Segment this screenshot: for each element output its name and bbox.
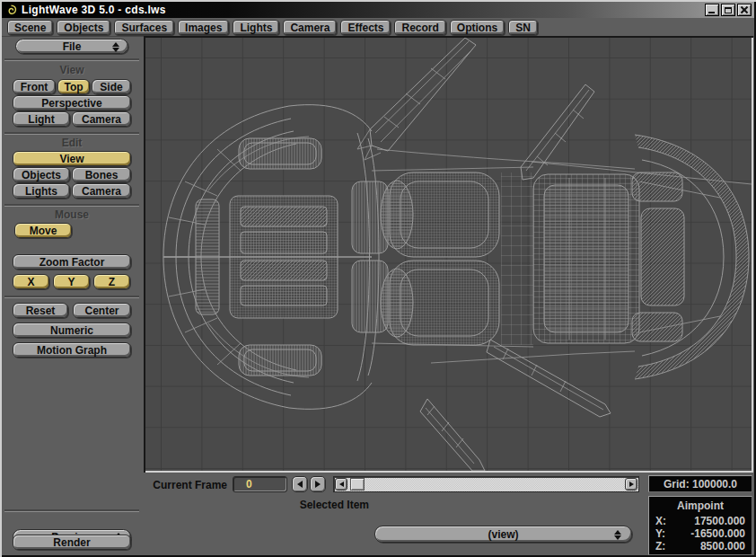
axis-y-button[interactable]: Y [53,274,90,289]
edit-view-button[interactable]: View [13,151,131,166]
aimpoint-z-row: Z:8500.000 [649,540,752,553]
menu-bar: Scene Objects Surfaces Images Lights Cam… [2,19,754,36]
titlebar[interactable]: LightWave 3D 5.0 - cds.lws [2,2,754,18]
maximize-button[interactable] [721,4,735,16]
minimize-icon [708,12,715,13]
edit-group-label: Edit [0,137,144,149]
axis-x-button[interactable]: X [13,274,49,289]
viewport-top-view[interactable] [144,36,753,473]
frame-forward-button[interactable] [310,476,326,492]
lightwave-logo-icon [5,4,17,16]
mouse-group-label: Mouse [0,208,144,221]
view-top-button[interactable]: Top [57,79,90,94]
menu-camera[interactable]: Camera [283,20,337,35]
separator [4,132,139,135]
maximize-icon [725,7,732,13]
zoom-factor-button[interactable]: Zoom Factor [13,254,131,270]
aimpoint-panel: Aimpoint X:17500.000 Y:-16500.000 Z:8500… [648,496,752,555]
current-frame-input[interactable]: 0 [233,476,287,492]
scrollbar-thumb[interactable] [350,478,365,491]
right-arrow-icon [629,482,634,487]
motion-graph-button[interactable]: Motion Graph [13,342,131,358]
menu-images[interactable]: Images [178,20,229,35]
window-title: LightWave 3D 5.0 - cds.lws [22,4,166,16]
selected-item-dropdown[interactable]: (view) [374,526,632,543]
view-perspective-button[interactable]: Perspective [13,95,131,111]
minimize-button[interactable] [705,4,719,16]
axis-z-button[interactable]: Z [93,274,130,289]
updown-arrows-icon [112,42,120,52]
reset-button[interactable]: Reset [13,303,68,318]
menu-lights[interactable]: Lights [233,20,279,35]
left-arrow-icon [339,482,344,487]
updown-arrows-icon [614,530,622,540]
file-dropdown[interactable]: File [15,39,128,54]
view-side-button[interactable]: Side [92,79,131,94]
left-arrow-icon [297,481,303,488]
center-button[interactable]: Center [73,303,131,318]
edit-lights-button[interactable]: Lights [13,183,70,199]
frame-scrollbar[interactable] [333,476,639,492]
aimpoint-y-row: Y:-16500.000 [649,527,752,540]
aimpoint-title: Aimpoint [649,500,752,512]
render-button[interactable]: Render [13,535,131,550]
view-light-button[interactable]: Light [13,111,70,127]
view-group-label: View [0,64,144,76]
selected-item-label: Selected Item [260,499,369,511]
app-window: LightWave 3D 5.0 - cds.lws Scene Objects… [0,0,756,557]
menu-sn[interactable]: SN [508,20,538,35]
menu-objects[interactable]: Objects [57,20,110,35]
separator [4,296,139,298]
right-arrow-icon [315,481,321,488]
separator [4,509,139,512]
menu-surfaces[interactable]: Surfaces [114,20,174,35]
aimpoint-x-row: X:17500.000 [649,515,752,527]
view-front-button[interactable]: Front [13,79,56,94]
edit-objects-button[interactable]: Objects [13,167,70,182]
current-frame-label: Current Frame [135,479,227,491]
menu-record[interactable]: Record [394,20,445,35]
edit-camera-button[interactable]: Camera [72,183,131,199]
separator [4,58,139,61]
mouse-move-button[interactable]: Move [14,223,72,238]
grid-size-readout: Grid: 100000.0 [648,475,752,492]
scrollbar-left-button[interactable] [335,478,347,491]
separator [4,204,139,207]
frame-back-button[interactable] [292,476,308,492]
close-button[interactable] [737,4,752,16]
menu-effects[interactable]: Effects [340,20,391,35]
scrollbar-right-button[interactable] [625,478,637,491]
menu-options[interactable]: Options [450,20,505,35]
menu-scene[interactable]: Scene [7,20,53,35]
edit-bones-button[interactable]: Bones [72,167,131,182]
numeric-button[interactable]: Numeric [13,323,131,338]
view-camera-button[interactable]: Camera [72,111,131,127]
